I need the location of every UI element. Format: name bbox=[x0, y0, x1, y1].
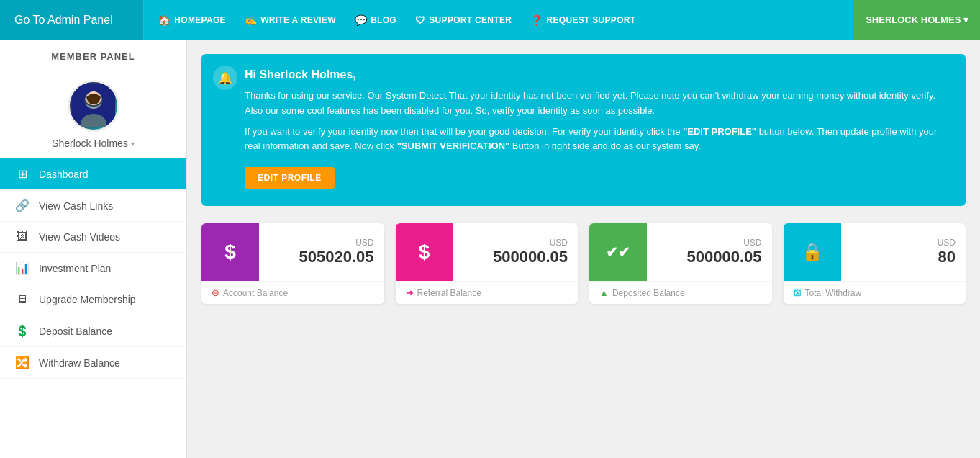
main-layout: MEMBER PANEL Sherlock Holmes ▾ ⊞ bbox=[0, 40, 980, 458]
upgrade-icon: 🖥 bbox=[14, 293, 30, 306]
notification-greeting: Hi Sherlock Holmes, bbox=[245, 68, 948, 81]
nav-links: 🏠 HOMEPAGE ✍️ WRITE A REVIEW 💬 BLOG 🛡 SU… bbox=[144, 10, 854, 30]
total-withdraw-footer-icon: ⊠ bbox=[794, 287, 802, 298]
stat-card-deposited-balance: ✔✔ USD 500000.05 ▲ Deposited Balance bbox=[589, 223, 772, 304]
total-withdraw-currency: USD bbox=[851, 238, 956, 248]
referral-balance-footer-icon: ➜ bbox=[406, 287, 414, 298]
write-icon: ✍️ bbox=[245, 14, 257, 26]
stat-card-total-withdraw: 🔒 USD 80 ⊠ Total Withdraw bbox=[784, 223, 966, 304]
content-area: 🔔 Hi Sherlock Holmes, Thanks for using o… bbox=[187, 40, 980, 458]
account-balance-label: Account Balance bbox=[223, 288, 288, 298]
nav-write-review[interactable]: ✍️ WRITE A REVIEW bbox=[237, 10, 343, 30]
notification-body1: Thanks for using our service. Our System… bbox=[245, 89, 948, 119]
home-icon: 🏠 bbox=[158, 14, 171, 26]
deposited-balance-icon: ✔✔ bbox=[589, 223, 647, 281]
sidebar-item-view-cash-links[interactable]: 🔗 View Cash Links bbox=[0, 190, 186, 222]
user-dropdown-caret: ▾ bbox=[131, 140, 135, 148]
deposited-balance-amount: 500000.05 bbox=[657, 248, 762, 266]
referral-balance-amount: 500000.05 bbox=[463, 248, 568, 266]
sidebar-item-withdraw-balance[interactable]: 🔀 Withdraw Balance bbox=[0, 347, 186, 379]
avatar-area: Sherlock Holmes ▾ bbox=[0, 68, 186, 158]
sidebar-nav: ⊞ Dashboard 🔗 View Cash Links 🖼 View Cas… bbox=[0, 158, 186, 379]
avatar bbox=[68, 80, 119, 132]
request-icon: ❓ bbox=[530, 14, 543, 26]
deposited-balance-label: Deposited Balance bbox=[612, 288, 685, 298]
sidebar-item-investment-plan[interactable]: 📊 Investment Plan bbox=[0, 253, 186, 284]
support-icon: 🛡 bbox=[415, 14, 425, 26]
nav-support-center[interactable]: 🛡 SUPPORT CENTER bbox=[408, 10, 519, 30]
admin-panel-link[interactable]: Go To Admin Panel bbox=[0, 0, 144, 40]
user-name-display[interactable]: Sherlock Holmes ▾ bbox=[52, 138, 135, 149]
nav-request-support[interactable]: ❓ REQUEST SUPPORT bbox=[523, 10, 643, 30]
deposited-balance-footer-icon: ▲ bbox=[599, 287, 609, 298]
user-menu-button[interactable]: SHERLOCK HOLMES ▾ bbox=[854, 0, 980, 40]
nav-homepage[interactable]: 🏠 HOMEPAGE bbox=[151, 10, 233, 30]
referral-balance-currency: USD bbox=[463, 238, 568, 248]
sidebar-item-view-cash-videos[interactable]: 🖼 View Cash Videos bbox=[0, 222, 186, 253]
dashboard-icon: ⊞ bbox=[14, 167, 30, 181]
edit-profile-button[interactable]: EDIT PROFILE bbox=[245, 167, 335, 189]
nav-blog[interactable]: 💬 BLOG bbox=[348, 10, 404, 30]
investment-icon: 📊 bbox=[14, 261, 30, 275]
cash-videos-icon: 🖼 bbox=[14, 230, 30, 243]
account-balance-amount: 505020.05 bbox=[269, 248, 374, 266]
blog-icon: 💬 bbox=[355, 14, 367, 26]
total-withdraw-amount: 80 bbox=[851, 248, 956, 266]
account-balance-icon: $ bbox=[201, 223, 259, 281]
deposited-balance-currency: USD bbox=[657, 238, 762, 248]
sidebar-item-upgrade-membership[interactable]: 🖥 Upgrade Membership bbox=[0, 284, 186, 315]
account-balance-currency: USD bbox=[269, 238, 374, 248]
notification-body2: If you want to verify your identity now … bbox=[245, 125, 948, 155]
sidebar-brand: MEMBER PANEL bbox=[0, 40, 186, 68]
sidebar-item-dashboard[interactable]: ⊞ Dashboard bbox=[0, 158, 186, 190]
deposit-icon: 💲 bbox=[14, 324, 30, 338]
cash-links-icon: 🔗 bbox=[14, 199, 30, 212]
bell-icon: 🔔 bbox=[213, 66, 237, 90]
sidebar: MEMBER PANEL Sherlock Holmes ▾ ⊞ bbox=[0, 40, 187, 458]
notification-card: 🔔 Hi Sherlock Holmes, Thanks for using o… bbox=[201, 54, 966, 206]
stat-card-account-balance: $ USD 505020.05 ⊖ Account Balance bbox=[201, 223, 384, 304]
stat-cards: $ USD 505020.05 ⊖ Account Balance $ USD bbox=[201, 223, 966, 304]
account-balance-footer-icon: ⊖ bbox=[212, 287, 219, 298]
top-navigation: Go To Admin Panel 🏠 HOMEPAGE ✍️ WRITE A … bbox=[0, 0, 980, 40]
total-withdraw-icon: 🔒 bbox=[784, 223, 841, 281]
withdraw-icon: 🔀 bbox=[14, 356, 30, 369]
sidebar-item-deposit-balance[interactable]: 💲 Deposit Balance bbox=[0, 315, 186, 347]
referral-balance-label: Referral Balance bbox=[417, 288, 481, 298]
total-withdraw-label: Total Withdraw bbox=[805, 288, 862, 298]
stat-card-referral-balance: $ USD 500000.05 ➜ Referral Balance bbox=[396, 223, 579, 304]
referral-balance-icon: $ bbox=[396, 223, 453, 281]
